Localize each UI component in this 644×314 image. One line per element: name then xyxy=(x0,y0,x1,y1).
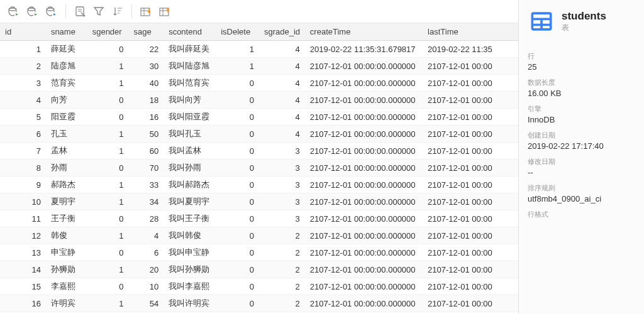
cell-sname[interactable]: 李嘉熙 xyxy=(46,278,87,295)
cell-sgender[interactable]: 1 xyxy=(87,126,129,143)
cell-scontend[interactable]: 我叫孙雨 xyxy=(164,160,216,176)
cell-createTime[interactable]: 2107-12-01 00:00:00.000000 xyxy=(305,193,423,210)
cell-sname[interactable]: 薛延美 xyxy=(46,41,87,58)
cell-sgender[interactable]: 1 xyxy=(87,75,129,92)
cell-scontend[interactable]: 我叫郝路杰 xyxy=(164,176,216,193)
table-row[interactable]: 14孙狮勋120我叫孙狮勋022107-12-01 00:00:00.00000… xyxy=(0,261,518,278)
cell-sgender[interactable]: 1 xyxy=(87,58,129,75)
column-header-sgrade_id[interactable]: sgrade_id xyxy=(259,23,305,41)
column-header-sname[interactable]: sname xyxy=(46,23,87,41)
cell-sname[interactable]: 夏明宇 xyxy=(46,193,87,210)
table-row[interactable]: 8孙雨070我叫孙雨032107-12-01 00:00:00.00000021… xyxy=(0,160,518,176)
cell-sname[interactable]: 向芳 xyxy=(46,92,87,109)
cell-scontend[interactable]: 我叫王子衡 xyxy=(164,210,216,227)
cell-lastTime[interactable]: 2107-12-01 00:00 xyxy=(423,210,518,227)
cell-id[interactable]: 4 xyxy=(0,92,46,109)
column-header-isDelete[interactable]: isDelete xyxy=(216,23,259,41)
cell-lastTime[interactable]: 2107-12-01 00:00 xyxy=(423,261,518,278)
cell-isDelete[interactable]: 0 xyxy=(216,193,259,210)
cell-sname[interactable]: 范育宾 xyxy=(46,75,87,92)
cell-sage[interactable]: 28 xyxy=(128,210,164,227)
cell-sage[interactable]: 40 xyxy=(128,75,164,92)
cell-sgender[interactable]: 0 xyxy=(87,41,129,58)
cell-isDelete[interactable]: 0 xyxy=(216,176,259,193)
cell-sname[interactable]: 王子衡 xyxy=(46,210,87,227)
cell-sage[interactable]: 18 xyxy=(128,92,164,109)
cell-sage[interactable]: 33 xyxy=(128,176,164,193)
cell-sage[interactable]: 45 xyxy=(128,312,164,315)
toolbar-export-button[interactable] xyxy=(156,4,174,19)
cell-id[interactable]: 10 xyxy=(0,193,46,210)
cell-isDelete[interactable]: 0 xyxy=(216,244,259,261)
column-header-id[interactable]: id xyxy=(0,23,46,41)
cell-sgender[interactable]: 0 xyxy=(87,210,129,227)
cell-lastTime[interactable]: 2107-12-01 00:00 xyxy=(423,227,518,244)
cell-sgender[interactable]: 1 xyxy=(87,193,129,210)
table-row[interactable]: 5阳亚霞016我叫阳亚霞042107-12-01 00:00:00.000000… xyxy=(0,109,518,126)
cell-scontend[interactable]: 我叫阳亚霞 xyxy=(164,109,216,126)
cell-createTime[interactable]: 2107-12-01 00:00:00.000000 xyxy=(305,126,423,143)
cell-id[interactable]: 15 xyxy=(0,278,46,295)
cell-createTime[interactable]: 2107-12-01 00:00:00.000000 xyxy=(305,261,423,278)
cell-sname[interactable]: 韩俊 xyxy=(46,227,87,244)
cell-sage[interactable]: 10 xyxy=(128,278,164,295)
cell-sgrade_id[interactable]: 3 xyxy=(259,176,305,193)
cell-scontend[interactable]: 我叫向芳 xyxy=(164,92,216,109)
cell-sage[interactable]: 34 xyxy=(128,193,164,210)
cell-lastTime[interactable]: 2107-12-01 00:00 xyxy=(423,278,518,295)
cell-isDelete[interactable]: 1 xyxy=(216,41,259,58)
cell-sage[interactable]: 6 xyxy=(128,244,164,261)
cell-sage[interactable]: 54 xyxy=(128,295,164,312)
cell-id[interactable]: 2 xyxy=(0,58,46,75)
table-row[interactable]: 13申宝静06我叫申宝静022107-12-01 00:00:00.000000… xyxy=(0,244,518,261)
cell-id[interactable]: 9 xyxy=(0,176,46,193)
cell-scontend[interactable]: 我叫孔玉 xyxy=(164,126,216,143)
cell-sgender[interactable]: 0 xyxy=(87,92,129,109)
cell-sname[interactable]: 孟林 xyxy=(46,143,87,160)
toolbar-refresh-button[interactable] xyxy=(5,4,23,19)
cell-sname[interactable]: 申宝静 xyxy=(46,244,87,261)
cell-createTime[interactable]: 2107-12-01 00:00:00.000000 xyxy=(305,295,423,312)
cell-scontend[interactable]: 我叫范育宾 xyxy=(164,75,216,92)
toolbar-import-button[interactable] xyxy=(137,4,155,19)
cell-sgrade_id[interactable]: 4 xyxy=(259,92,305,109)
cell-scontend[interactable]: 我叫孙狮勋 xyxy=(164,261,216,278)
toolbar-refresh-auto-button[interactable] xyxy=(24,4,42,19)
cell-createTime[interactable]: 2107-12-01 00:00:00.000000 xyxy=(305,75,423,92)
table-row[interactable]: 3范育宾140我叫范育宾042107-12-01 00:00:00.000000… xyxy=(0,75,518,92)
column-header-createTime[interactable]: createTime xyxy=(305,23,423,41)
cell-id[interactable]: 16 xyxy=(0,295,46,312)
cell-scontend[interactable]: 我叫薛延美 xyxy=(164,41,216,58)
cell-sgrade_id[interactable]: 3 xyxy=(259,160,305,176)
cell-sgender[interactable]: 0 xyxy=(87,109,129,126)
cell-sgrade_id[interactable]: 2 xyxy=(259,244,305,261)
cell-isDelete[interactable]: 0 xyxy=(216,160,259,176)
cell-sgender[interactable]: 1 xyxy=(87,176,129,193)
table-row[interactable]: 12韩俊14我叫韩俊022107-12-01 00:00:00.00000021… xyxy=(0,227,518,244)
table-row[interactable]: 10夏明宇134我叫夏明宇032107-12-01 00:00:00.00000… xyxy=(0,193,518,210)
cell-createTime[interactable]: 2107-12-01 00:00:00.000000 xyxy=(305,160,423,176)
cell-sgrade_id[interactable]: 3 xyxy=(259,143,305,160)
cell-sgrade_id[interactable]: 3 xyxy=(259,312,305,315)
cell-sgrade_id[interactable]: 2 xyxy=(259,278,305,295)
cell-sage[interactable]: 22 xyxy=(128,41,164,58)
cell-createTime[interactable]: 2107-12-01 00:00:00.000000 xyxy=(305,210,423,227)
cell-sname[interactable]: 陈俊伟 xyxy=(46,312,87,315)
table-row[interactable]: 4向芳018我叫向芳042107-12-01 00:00:00.00000021… xyxy=(0,92,518,109)
cell-sage[interactable]: 4 xyxy=(128,227,164,244)
cell-lastTime[interactable]: 2019-02-22 11:35 xyxy=(423,41,518,58)
cell-id[interactable]: 8 xyxy=(0,160,46,176)
cell-sgrade_id[interactable]: 2 xyxy=(259,295,305,312)
cell-id[interactable]: 6 xyxy=(0,126,46,143)
cell-lastTime[interactable]: 2107-12-01 00:00 xyxy=(423,126,518,143)
cell-id[interactable]: 13 xyxy=(0,244,46,261)
cell-sname[interactable]: 孙雨 xyxy=(46,160,87,176)
cell-createTime[interactable]: 2107-12-01 00:00:00.000000 xyxy=(305,244,423,261)
cell-createTime[interactable]: 2107-12-01 00:00:00.000000 xyxy=(305,278,423,295)
cell-lastTime[interactable]: 2107-12-01 00:00 xyxy=(423,109,518,126)
cell-id[interactable]: 12 xyxy=(0,227,46,244)
cell-createTime[interactable]: 2107-12-01 00:00:00.000000 xyxy=(305,312,423,315)
cell-sname[interactable]: 阳亚霞 xyxy=(46,109,87,126)
table-row[interactable]: 9郝路杰133我叫郝路杰032107-12-01 00:00:00.000000… xyxy=(0,176,518,193)
cell-lastTime[interactable]: 2107-12-01 00:00 xyxy=(423,193,518,210)
